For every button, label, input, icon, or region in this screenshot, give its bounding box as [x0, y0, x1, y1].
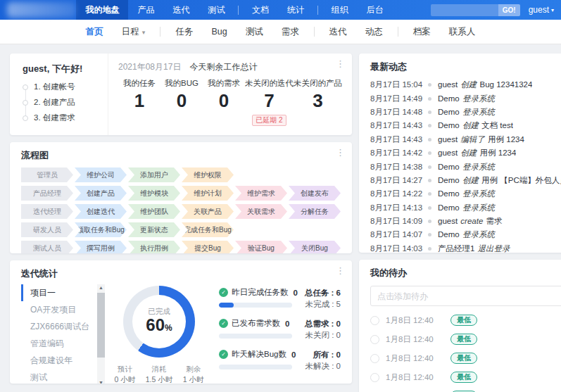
flow-step[interactable]: 完成任务和Bug: [182, 222, 234, 237]
activity-item[interactable]: 8月17日 14:22 Demo 登录系统: [370, 187, 561, 201]
todo-checkbox[interactable]: [370, 335, 379, 344]
flow-step[interactable]: 维护模块: [128, 186, 180, 201]
topbar-nav-item[interactable]: 测试: [198, 0, 234, 20]
flow-step[interactable]: 关联需求: [235, 204, 287, 219]
flow-step[interactable]: 提交Bug: [182, 241, 234, 253]
step-circle-icon: [23, 84, 28, 90]
flow-step[interactable]: 测试人员: [21, 241, 73, 253]
project-item[interactable]: 管道编码: [21, 335, 97, 352]
flow-step[interactable]: 迭代经理: [21, 204, 73, 219]
subnav-item[interactable]: 档案: [404, 26, 440, 38]
stat-value: 3: [294, 89, 342, 113]
flow-step[interactable]: 关闭Bug: [289, 241, 341, 253]
flow-step[interactable]: 执行用例: [128, 241, 180, 253]
project-item[interactable]: 测试: [21, 369, 97, 384]
activity-item[interactable]: 8月17日 14:38 Demo 登录系统: [370, 160, 561, 173]
topbar-nav-item[interactable]: 产品: [128, 0, 163, 20]
onboarding-step[interactable]: 3. 创建需求: [23, 113, 108, 123]
stat-item[interactable]: 未关闭的迭代 7 已延期 2: [245, 78, 294, 126]
flow-step[interactable]: 分解任务: [289, 204, 341, 219]
todo-item[interactable]: 1月8日 12:40 最低: [370, 389, 561, 392]
topbar-nav-item[interactable]: 迭代: [163, 0, 198, 20]
flow-step[interactable]: 创建产品: [75, 186, 127, 201]
app-logo[interactable]: [7, 2, 76, 18]
activity-item[interactable]: 8月17日 14:48 Demo 登录系统: [370, 106, 561, 119]
scroll-down-icon[interactable]: ▼: [97, 380, 105, 384]
onboarding-step[interactable]: 1. 创建帐号: [23, 82, 108, 92]
subnav-item[interactable]: 迭代: [320, 26, 356, 38]
topbar-nav-item[interactable]: 我的地盘: [76, 0, 128, 20]
todo-item[interactable]: 1月8日 12:40 最低: [370, 332, 561, 346]
subnav-item[interactable]: 联系人: [440, 26, 485, 38]
flow-step[interactable]: 更新状态: [128, 222, 180, 237]
todo-item[interactable]: 1月8日 12:40 最低: [370, 351, 561, 365]
activity-item[interactable]: 8月17日 14:49 Demo 登录系统: [370, 91, 561, 105]
activity-item[interactable]: 8月17日 14:03 产品经理1 退出登录: [370, 242, 561, 253]
activity-item[interactable]: 8月17日 14:27 Demo 创建 用例 【PC端】外包人员管理-…: [370, 174, 561, 187]
check-circle-icon: ✓: [219, 319, 228, 328]
todo-checkbox[interactable]: [370, 354, 379, 363]
stat-item[interactable]: 我的任务 1: [118, 78, 160, 126]
scrollbar-thumb[interactable]: [97, 293, 105, 358]
onboarding-step[interactable]: 2. 创建产品: [23, 97, 108, 108]
flow-step[interactable]: 研发人员: [21, 222, 73, 237]
project-item[interactable]: 项目一: [21, 284, 97, 301]
flow-step[interactable]: 验证Bug: [235, 241, 287, 253]
stat-value: 0: [160, 89, 203, 113]
project-list-scrollbar[interactable]: ▲ ▼: [97, 284, 105, 384]
flow-step[interactable]: 维护权限: [182, 167, 234, 182]
nav-divider: [314, 27, 315, 37]
topbar-nav-item[interactable]: 统计: [278, 0, 313, 20]
subnav-item[interactable]: 日程: [113, 26, 155, 38]
todo-item[interactable]: 1月8日 12:40 最低: [370, 313, 561, 327]
flow-step[interactable]: 维护团队: [128, 204, 180, 219]
subnav-item[interactable]: 需求: [272, 26, 308, 38]
topbar-nav-item[interactable]: 组织: [322, 0, 358, 20]
stat-item[interactable]: 未关闭的产品 3: [294, 78, 342, 126]
project-item[interactable]: 合规建设年: [21, 352, 97, 369]
todo-item[interactable]: 1月8日 12:40 最低: [370, 370, 561, 384]
subnav-item[interactable]: Bug: [202, 27, 236, 37]
kebab-menu-icon[interactable]: ⋮: [336, 148, 345, 157]
kebab-menu-icon[interactable]: ⋮: [336, 59, 345, 68]
flow-step[interactable]: 添加用户: [128, 167, 180, 182]
flow-step[interactable]: 关联产品: [182, 204, 234, 219]
flow-step[interactable]: 创建迭代: [75, 204, 127, 219]
flow-step[interactable]: 维护需求: [235, 186, 287, 201]
flow-step[interactable]: 撰写用例: [75, 241, 127, 253]
project-item[interactable]: ZJX6666调试台: [21, 318, 97, 335]
todo-checkbox[interactable]: [370, 316, 379, 325]
todo-checkbox[interactable]: [370, 373, 379, 382]
flow-step[interactable]: 领取任务和Bug: [75, 222, 127, 237]
activity-item[interactable]: 8月17日 14:13 Demo 登录系统: [370, 201, 561, 215]
add-todo-input[interactable]: [370, 286, 561, 306]
activity-item[interactable]: 8月17日 14:43 guest 编辑了 用例 1234: [370, 133, 561, 146]
activity-item[interactable]: 8月17日 14:07 Demo 登录系统: [370, 228, 561, 241]
subnav-item[interactable]: 动态: [356, 26, 392, 38]
search-input[interactable]: [431, 4, 498, 16]
flow-step[interactable]: 维护计划: [182, 186, 234, 201]
activity-item[interactable]: 8月17日 14:42 guest 创建 用例 1234: [370, 146, 561, 160]
activity-item[interactable]: 8月17日 14:09 guest create 需求: [370, 215, 561, 228]
subnav-item[interactable]: 首页: [77, 26, 113, 38]
flow-step[interactable]: 创建发布: [289, 186, 341, 201]
activity-item[interactable]: 8月17日 14:43 Demo 创建 文档 test: [370, 119, 561, 132]
topbar-nav-item[interactable]: 后台: [358, 0, 393, 20]
search-go-button[interactable]: GO!: [498, 4, 520, 16]
topbar-nav-item[interactable]: 文档: [243, 0, 278, 20]
scroll-up-icon[interactable]: ▲: [97, 285, 105, 290]
flow-step[interactable]: 产品经理: [21, 186, 73, 201]
flow-step[interactable]: 维护公司: [75, 167, 127, 182]
user-menu[interactable]: guest ▾: [529, 5, 554, 15]
project-item[interactable]: OA开发项目: [21, 301, 97, 318]
subnav-item[interactable]: 任务: [166, 26, 202, 38]
topbar-nav-admin: 组织后台: [322, 0, 393, 20]
subnav-item[interactable]: 测试: [237, 26, 272, 38]
flow-step[interactable]: 管理员: [21, 167, 73, 182]
stat-item[interactable]: 我的需求 0: [203, 78, 245, 126]
stat-item[interactable]: 我的BUG 0: [160, 78, 203, 126]
activity-item[interactable]: 8月17日 15:04 guest 创建 Bug 12341324: [370, 78, 561, 91]
kebab-menu-icon[interactable]: ⋮: [336, 266, 345, 275]
stat-value: 1: [118, 89, 160, 113]
work-summary-title: 今天剩余工作总计: [189, 61, 257, 73]
